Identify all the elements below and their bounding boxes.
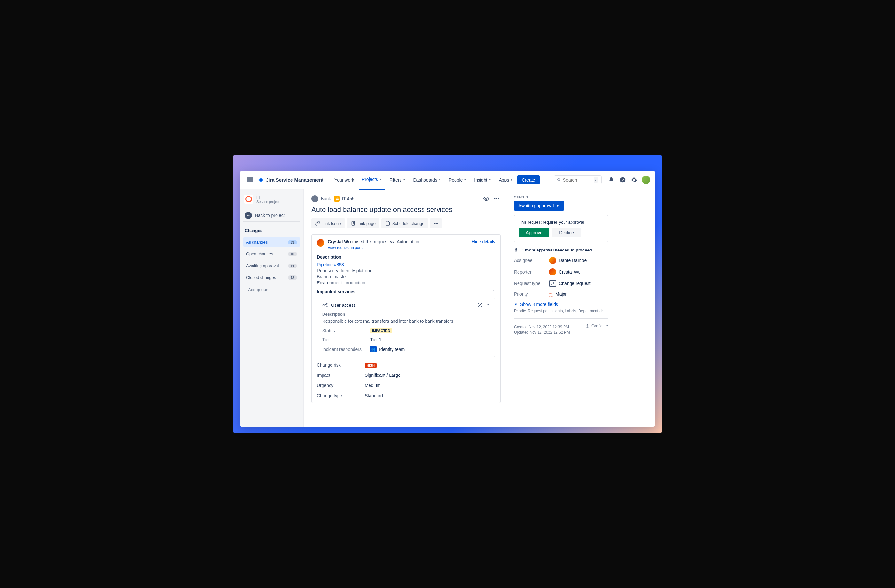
create-button[interactable]: Create [517,176,540,184]
add-queue-button[interactable]: + Add queue [243,285,300,295]
user-avatar[interactable] [642,176,650,184]
svg-rect-8 [386,222,390,225]
requester-avatar [317,239,325,247]
issue-title: Auto load balance update on access servi… [311,206,501,214]
schedule-change-button[interactable]: Schedule change [381,218,428,229]
sidebar-item-awaiting-approval[interactable]: Awaiting approval11 [243,261,300,270]
approve-button[interactable]: Approve [519,228,549,238]
person-check-icon [514,247,519,253]
graph-icon[interactable] [477,303,482,308]
gear-icon [585,324,589,328]
svg-line-1 [560,180,560,181]
breadcrumb-back[interactable]: ←Back [311,195,331,202]
reporter-avatar [549,268,556,276]
configure-button[interactable]: Configure [585,324,608,328]
jira-logo-icon [258,177,264,183]
back-to-project[interactable]: ← Back to project [243,209,300,222]
app-window: Jira Service Management Your work Projec… [240,171,655,427]
status-badge: IMPACTED [370,328,392,333]
description-label: Description [317,255,495,259]
brand-text: Jira Service Management [266,177,323,182]
project-header[interactable]: ITService project [243,193,300,205]
svg-point-12 [323,305,325,306]
service-icon [322,302,328,308]
nav-insight[interactable]: Insight▼ [471,175,494,185]
arrow-left-icon: ← [245,212,252,219]
svg-line-16 [324,306,326,306]
chevron-down-icon: ▼ [514,302,517,306]
svg-point-22 [515,248,517,250]
decline-button[interactable]: Decline [552,228,581,238]
chevron-up-icon[interactable]: ⌃ [487,303,490,308]
request-card: Crystal Wu raised this request via Autom… [311,234,501,403]
svg-text:?: ? [621,178,623,182]
more-actions-button[interactable]: ••• [430,218,442,229]
change-type-icon: ⇄ [334,196,340,202]
watch-icon[interactable] [483,195,489,202]
sidebar-item-closed-changes[interactable]: Closed changes12 [243,273,300,282]
status-dropdown[interactable]: Awaiting approval▼ [514,201,564,211]
search-kbd: / [593,177,598,183]
svg-point-14 [326,306,327,307]
issue-content: ←Back ⇄IT-455 ••• Auto load balance upda… [304,189,508,427]
bell-icon[interactable] [607,176,615,184]
svg-point-24 [587,325,588,326]
gear-icon[interactable] [630,176,638,184]
link-page-button[interactable]: Link page [347,218,379,229]
nav-your-work[interactable]: Your work [331,175,357,185]
updated-meta: Updated Nov 12, 2022 12:52 PM [514,330,570,335]
impacted-services-toggle[interactable]: Impacted services ⌃ [317,289,495,294]
page-icon [350,221,356,226]
risk-badge: HIGH [365,363,376,368]
chevron-down-icon: ▼ [379,178,382,181]
sidebar-section: Changes [243,226,300,235]
nav-filters[interactable]: Filters▼ [386,175,408,185]
request-type-icon: ⇄ [549,280,556,287]
nav-apps[interactable]: Apps▼ [496,175,516,185]
svg-point-13 [326,303,327,304]
help-icon[interactable]: ? [619,176,626,184]
arrow-left-icon: ← [311,195,319,202]
nav-people[interactable]: People▼ [446,175,470,185]
svg-point-4 [485,198,487,200]
calendar-icon [385,221,390,226]
nav-dashboards[interactable]: Dashboards▼ [410,175,444,185]
chevron-down-icon: ▼ [556,204,560,208]
link-icon [315,221,320,226]
sidebar-item-all-changes[interactable]: All changes33 [243,238,300,247]
search-icon [557,177,561,182]
sidebar: ITService project ← Back to project Chan… [240,189,304,427]
requester-name: Crystal Wu [328,239,351,244]
search-input[interactable]: / [554,176,602,184]
detail-panel: STATUS Awaiting approval▼ This request r… [508,189,614,427]
created-meta: Created Nov 12, 2022 12:39 PM [514,325,570,329]
assignee-avatar [549,257,556,264]
priority-icon: ︽︽ [549,291,553,297]
app-switcher-icon[interactable] [245,175,255,185]
svg-point-0 [557,178,560,180]
issue-key-link[interactable]: ⇄IT-455 [334,196,355,202]
sidebar-item-open-changes[interactable]: Open changes10 [243,249,300,259]
pipeline-link[interactable]: Pipeline #863 [317,262,344,267]
project-icon [244,195,253,203]
more-actions-icon[interactable]: ••• [493,196,501,202]
top-nav: Jira Service Management Your work Projec… [240,171,655,189]
nav-projects[interactable]: Projects▼ [359,174,385,190]
link-issue-button[interactable]: Link Issue [311,218,345,229]
brand[interactable]: Jira Service Management [258,177,323,183]
svg-line-15 [324,304,326,305]
view-in-portal-link[interactable]: View request in portal [328,246,419,250]
team-icon: 👥 [370,346,376,353]
show-more-fields[interactable]: ▼Show 8 more fields [514,302,608,307]
service-card: User access ⌃ Description Responsible fo… [317,297,495,357]
hide-details-link[interactable]: Hide details [472,239,495,244]
approval-box: This request requires your approval Appr… [514,215,608,242]
chevron-up-icon: ⌃ [492,290,495,294]
approval-needed: 1 more approval needed to proceed [514,247,608,253]
